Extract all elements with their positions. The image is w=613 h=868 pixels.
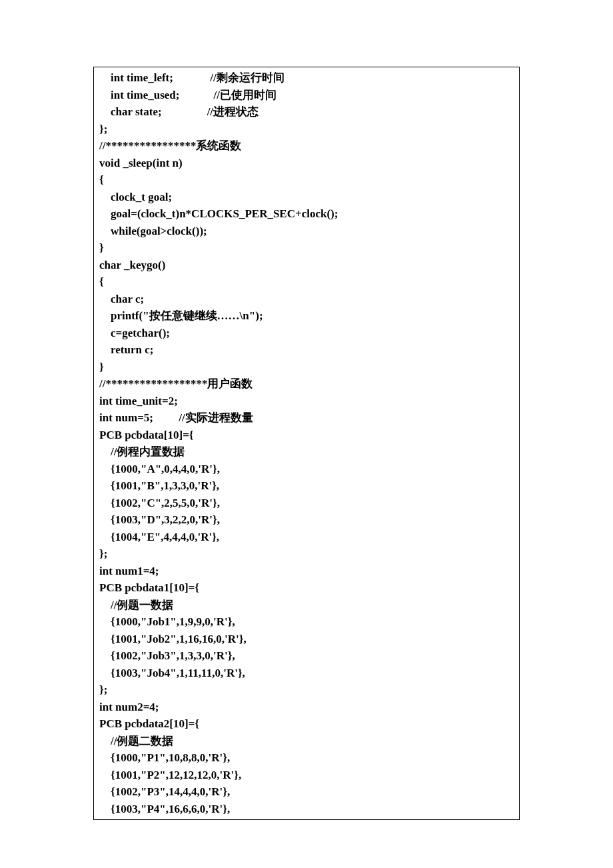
code-line: PCB pcbdata1[10]={: [99, 579, 514, 597]
code-line: char _keygo(): [99, 257, 514, 274]
code-line: {: [99, 171, 514, 189]
code-line: //******************用户函数: [99, 375, 514, 393]
code-line: };: [99, 545, 514, 563]
code-line: char state; //进程状态: [99, 103, 514, 121]
code-line: {1003,"Job4",1,11,11,0,'R'},: [99, 665, 514, 682]
code-line: return c;: [99, 341, 514, 359]
code-line: //例题一数据: [99, 597, 514, 614]
code-line: int time_unit=2;: [99, 393, 514, 410]
code-listing: int time_left; //剩余运行时间 int time_used; /…: [93, 67, 520, 820]
document-page: int time_left; //剩余运行时间 int time_used; /…: [0, 0, 613, 860]
code-line: int time_left; //剩余运行时间: [99, 69, 514, 87]
code-line: while(goal>clock());: [99, 223, 514, 240]
code-line: };: [99, 681, 514, 699]
code-line: {1001,"P2",12,12,12,0,'R'},: [99, 767, 514, 784]
code-line: int num=5; //实际进程数量: [99, 409, 514, 427]
code-line: c=getchar();: [99, 325, 514, 342]
code-line: {1002,"C",2,5,5,0,'R'},: [99, 495, 514, 512]
code-line: //例题二数据: [99, 733, 514, 750]
code-line: {1000,"Job1",1,9,9,0,'R'},: [99, 613, 514, 631]
code-line: }: [99, 239, 514, 257]
code-line: {1002,"P3",14,4,4,0,'R'},: [99, 783, 514, 801]
code-line: {1004,"E",4,4,4,0,'R'},: [99, 529, 514, 546]
code-line: {1000,"A",0,4,4,0,'R'},: [99, 461, 514, 478]
code-line: char c;: [99, 291, 514, 308]
code-line: //****************系统函数: [99, 137, 514, 155]
code-line: };: [99, 121, 514, 138]
code-line: PCB pcbdata[10]={: [99, 427, 514, 444]
code-line: void _sleep(int n): [99, 155, 514, 172]
code-line: {1003,"D",3,2,2,0,'R'},: [99, 511, 514, 529]
code-line: {1003,"P4",16,6,6,0,'R'},: [99, 801, 514, 818]
code-line: {1002,"Job3",1,3,3,0,'R'},: [99, 647, 514, 665]
code-line: //例程内置数据: [99, 443, 514, 461]
code-line: goal=(clock_t)n*CLOCKS_PER_SEC+clock();: [99, 205, 514, 223]
code-line: int time_used; //已使用时间: [99, 87, 514, 104]
code-line: PCB pcbdata2[10]={: [99, 715, 514, 733]
code-line: {1001,"B",1,3,3,0,'R'},: [99, 477, 514, 495]
code-line: clock_t goal;: [99, 189, 514, 206]
code-line: int num1=4;: [99, 563, 514, 580]
code-line: {: [99, 273, 514, 291]
code-line: {1000,"P1",10,8,8,0,'R'},: [99, 749, 514, 767]
code-line: }: [99, 359, 514, 376]
code-line: {1001,"Job2",1,16,16,0,'R'},: [99, 631, 514, 648]
code-line: int num2=4;: [99, 699, 514, 716]
code-line: printf("按任意键继续……\n");: [99, 307, 514, 325]
